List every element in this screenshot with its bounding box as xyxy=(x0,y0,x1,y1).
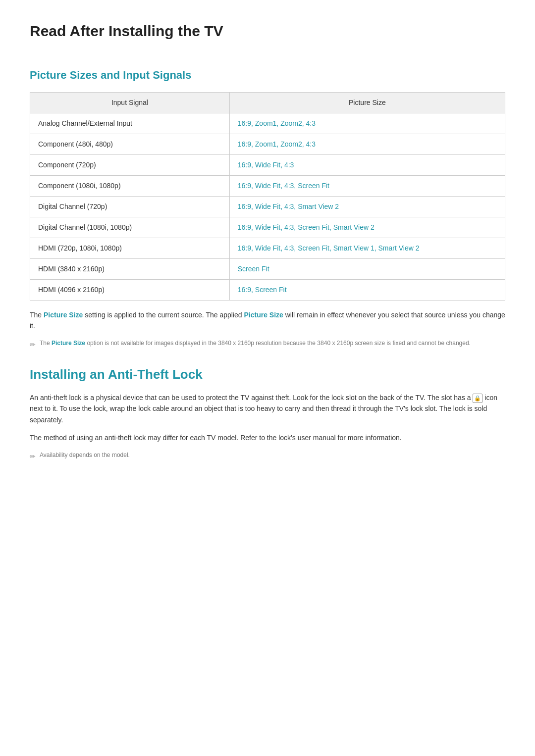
table-row: Digital Channel (1080i, 1080p)16:9, Wide… xyxy=(30,217,505,238)
table-cell-picture-size: Screen Fit xyxy=(229,259,505,280)
table-cell-picture-size: 16:9, Zoom1, Zoom2, 4:3 xyxy=(229,113,505,134)
table-cell-picture-size: 16:9, Screen Fit xyxy=(229,280,505,301)
table-cell-picture-size: 16:9, Wide Fit, 4:3, Screen Fit, Smart V… xyxy=(229,217,505,238)
col1-header: Input Signal xyxy=(30,93,230,113)
table-cell-picture-size: 16:9, Zoom1, Zoom2, 4:3 xyxy=(229,134,505,155)
table-cell-input: Component (1080i, 1080p) xyxy=(30,176,230,197)
table-cell-input: Component (480i, 480p) xyxy=(30,134,230,155)
pencil-icon-2: ✏ xyxy=(30,452,36,462)
note-link1: Picture Size xyxy=(44,311,83,319)
note-small-section1: ✏ The Picture Size option is not availab… xyxy=(30,339,505,350)
table-cell-input: HDMI (720p, 1080i, 1080p) xyxy=(30,238,230,259)
section2-para2: The method of using an anti-theft lock m… xyxy=(30,432,505,443)
table-row: Digital Channel (720p)16:9, Wide Fit, 4:… xyxy=(30,197,505,217)
note-main-text: The Picture Size setting is applied to t… xyxy=(30,309,505,332)
col2-header: Picture Size xyxy=(229,93,505,113)
table-row: HDMI (720p, 1080i, 1080p)16:9, Wide Fit,… xyxy=(30,238,505,259)
table-row: Component (720p)16:9, Wide Fit, 4:3 xyxy=(30,155,505,176)
note-small-text: The Picture Size option is not available… xyxy=(40,339,471,348)
table-cell-picture-size: 16:9, Wide Fit, 4:3 xyxy=(229,155,505,176)
table-cell-input: Digital Channel (720p) xyxy=(30,197,230,217)
section2-para1: An anti-theft lock is a physical device … xyxy=(30,392,505,425)
table-row: HDMI (4096 x 2160p)16:9, Screen Fit xyxy=(30,280,505,301)
table-cell-input: Component (720p) xyxy=(30,155,230,176)
table-cell-input: Analog Channel/External Input xyxy=(30,113,230,134)
section2: Installing an Anti-Theft Lock An anti-th… xyxy=(30,365,505,462)
note-middle: setting is applied to the current source… xyxy=(83,311,244,319)
table-row: Analog Channel/External Input16:9, Zoom1… xyxy=(30,113,505,134)
table-cell-picture-size: 16:9, Wide Fit, 4:3, Smart View 2 xyxy=(229,197,505,217)
table-cell-picture-size: 16:9, Wide Fit, 4:3, Screen Fit xyxy=(229,176,505,197)
note-before-link1: The xyxy=(30,311,44,319)
table-cell-input: HDMI (3840 x 2160p) xyxy=(30,259,230,280)
table-row: HDMI (3840 x 2160p)Screen Fit xyxy=(30,259,505,280)
note-link2: Picture Size xyxy=(244,311,283,319)
page-title: Read After Installing the TV xyxy=(30,20,505,47)
pencil-icon: ✏ xyxy=(30,340,36,350)
table-cell-input: HDMI (4096 x 2160p) xyxy=(30,280,230,301)
table-cell-input: Digital Channel (1080i, 1080p) xyxy=(30,217,230,238)
picture-sizes-table: Input Signal Picture Size Analog Channel… xyxy=(30,92,505,301)
table-row: Component (480i, 480p)16:9, Zoom1, Zoom2… xyxy=(30,134,505,155)
section2-title: Installing an Anti-Theft Lock xyxy=(30,365,505,384)
section1-title: Picture Sizes and Input Signals xyxy=(30,67,505,83)
note-small-section2: ✏ Availability depends on the model. xyxy=(30,451,505,462)
table-row: Component (1080i, 1080p)16:9, Wide Fit, … xyxy=(30,176,505,197)
table-cell-picture-size: 16:9, Wide Fit, 4:3, Screen Fit, Smart V… xyxy=(229,238,505,259)
note-small-section2-text: Availability depends on the model. xyxy=(40,451,130,459)
